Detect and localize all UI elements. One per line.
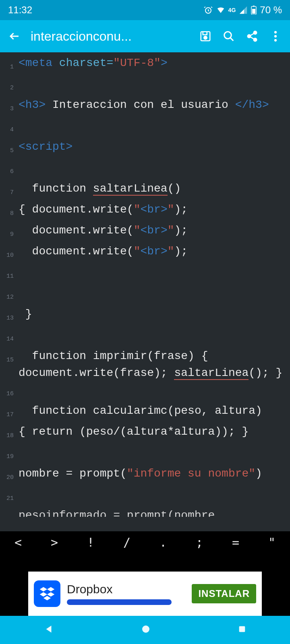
code-content[interactable]: document.write("<br>"); bbox=[16, 222, 290, 243]
code-content[interactable] bbox=[16, 264, 290, 285]
code-content[interactable]: } bbox=[16, 306, 290, 327]
line-number: 14 bbox=[0, 327, 16, 348]
svg-rect-3 bbox=[253, 6, 255, 6]
svg-rect-14 bbox=[239, 626, 245, 632]
svg-point-11 bbox=[274, 35, 277, 37]
nav-recent-button[interactable] bbox=[238, 625, 246, 635]
symbol-row: <>!/.;=" bbox=[0, 531, 290, 553]
code-content[interactable]: { document.write("<br>"); bbox=[16, 201, 290, 222]
symbol-key[interactable]: < bbox=[0, 535, 36, 549]
code-line[interactable]: 17 function calcularimc(peso, altura) bbox=[0, 402, 290, 423]
code-line[interactable]: 16 bbox=[0, 382, 290, 402]
svg-point-9 bbox=[254, 38, 257, 41]
code-line[interactable]: 15 function imprimir(frase) { document.w… bbox=[0, 348, 290, 382]
status-icons: 4G 70 % bbox=[203, 4, 282, 16]
line-number: 10 bbox=[0, 243, 16, 264]
code-line-partial[interactable]: pesoinformado = prompt(nombre bbox=[0, 507, 290, 517]
install-button[interactable]: INSTALAR bbox=[192, 584, 256, 603]
svg-rect-2 bbox=[252, 9, 255, 14]
overflow-menu-button[interactable] bbox=[268, 29, 283, 43]
code-content[interactable] bbox=[16, 285, 290, 306]
code-editor[interactable]: 1<meta charset="UTF-8">2 3<h3> Interacci… bbox=[0, 52, 290, 531]
line-number: 12 bbox=[0, 285, 16, 306]
line-number: 15 bbox=[0, 348, 16, 382]
line-number: 21 bbox=[0, 486, 16, 507]
svg-point-6 bbox=[224, 32, 232, 39]
nav-back-button[interactable] bbox=[44, 624, 54, 636]
code-line[interactable]: 7 function saltarLinea() bbox=[0, 180, 290, 201]
code-content[interactable] bbox=[16, 118, 290, 138]
share-button[interactable] bbox=[245, 29, 259, 43]
symbol-key[interactable]: = bbox=[218, 535, 254, 549]
line-number: 16 bbox=[0, 382, 16, 402]
line-number: 4 bbox=[0, 118, 16, 138]
code-content[interactable]: <meta charset="UTF-8"> bbox=[16, 55, 290, 76]
code-content[interactable]: function calcularimc(peso, altura) bbox=[16, 402, 290, 423]
code-line[interactable]: 9 document.write("<br>"); bbox=[0, 222, 290, 243]
ad-banner[interactable]: Dropbox INSTALAR bbox=[28, 572, 262, 616]
code-line[interactable]: 10 document.write("<br>"); bbox=[0, 243, 290, 264]
wifi-icon bbox=[216, 6, 225, 14]
dropbox-icon bbox=[34, 580, 60, 607]
code-content[interactable]: nombre = prompt("informe su nombre") bbox=[16, 465, 290, 486]
code-line[interactable]: 11 bbox=[0, 264, 290, 285]
line-number: 9 bbox=[0, 222, 16, 243]
line-number: 19 bbox=[0, 444, 16, 465]
network-label: 4G bbox=[228, 7, 236, 13]
line-number: 2 bbox=[0, 76, 16, 97]
code-content[interactable]: <script> bbox=[16, 138, 290, 159]
symbol-key[interactable]: . bbox=[145, 535, 181, 549]
ad-progress-bar bbox=[67, 599, 172, 605]
line-number: 17 bbox=[0, 402, 16, 423]
code-line[interactable]: 14 bbox=[0, 327, 290, 348]
ad-title: Dropbox bbox=[67, 582, 185, 596]
clock: 11:32 bbox=[8, 4, 32, 16]
code-content[interactable] bbox=[16, 486, 290, 507]
ad-spacer bbox=[0, 553, 290, 572]
code-line[interactable]: 2 bbox=[0, 76, 290, 97]
line-number: 13 bbox=[0, 306, 16, 327]
symbol-key[interactable]: ! bbox=[72, 535, 109, 549]
code-line[interactable]: 8{ document.write("<br>"); bbox=[0, 201, 290, 222]
line-number: 11 bbox=[0, 264, 16, 285]
symbol-key[interactable]: / bbox=[109, 535, 145, 549]
code-content[interactable]: { return (peso/(altura*altura)); } bbox=[16, 423, 290, 444]
code-line[interactable]: 3<h3> Interaccion con el usuario </h3> bbox=[0, 97, 290, 118]
code-content[interactable]: document.write("<br>"); bbox=[16, 243, 290, 264]
back-button[interactable] bbox=[7, 29, 22, 43]
app-title: interaccionconu... bbox=[31, 29, 189, 44]
code-line[interactable]: 18{ return (peso/(altura*altura)); } bbox=[0, 423, 290, 444]
code-line[interactable]: 6 bbox=[0, 159, 290, 180]
code-content[interactable] bbox=[16, 444, 290, 465]
line-number: 1 bbox=[0, 55, 16, 76]
code-content[interactable] bbox=[16, 76, 290, 97]
code-line[interactable]: 19 bbox=[0, 444, 290, 465]
svg-point-12 bbox=[274, 39, 277, 41]
code-content[interactable] bbox=[16, 327, 290, 348]
line-number: 5 bbox=[0, 138, 16, 159]
line-number: 7 bbox=[0, 180, 16, 201]
symbol-key[interactable]: > bbox=[36, 535, 72, 549]
code-line[interactable]: 13 } bbox=[0, 306, 290, 327]
code-content[interactable]: function saltarLinea() bbox=[16, 180, 290, 201]
code-content[interactable] bbox=[16, 382, 290, 402]
code-content[interactable]: function imprimir(frase) { document.writ… bbox=[16, 348, 290, 382]
save-button[interactable] bbox=[198, 29, 213, 43]
code-line[interactable]: 21 bbox=[0, 486, 290, 507]
alarm-icon bbox=[203, 5, 213, 15]
symbol-key[interactable]: ; bbox=[181, 535, 218, 549]
code-line[interactable]: 20nombre = prompt("informe su nombre") bbox=[0, 465, 290, 486]
svg-point-10 bbox=[274, 31, 277, 33]
code-line[interactable]: 4 bbox=[0, 118, 290, 138]
nav-home-button[interactable] bbox=[141, 624, 151, 636]
search-button[interactable] bbox=[222, 29, 236, 43]
svg-point-13 bbox=[142, 625, 149, 633]
code-content[interactable]: <h3> Interaccion con el usuario </h3> bbox=[16, 97, 290, 118]
svg-point-8 bbox=[248, 35, 251, 38]
symbol-key[interactable]: " bbox=[254, 535, 290, 549]
code-line[interactable]: 1<meta charset="UTF-8"> bbox=[0, 55, 290, 76]
code-content[interactable] bbox=[16, 159, 290, 180]
code-line[interactable]: 12 bbox=[0, 285, 290, 306]
app-bar: interaccionconu... bbox=[0, 20, 290, 52]
code-line[interactable]: 5<script> bbox=[0, 138, 290, 159]
